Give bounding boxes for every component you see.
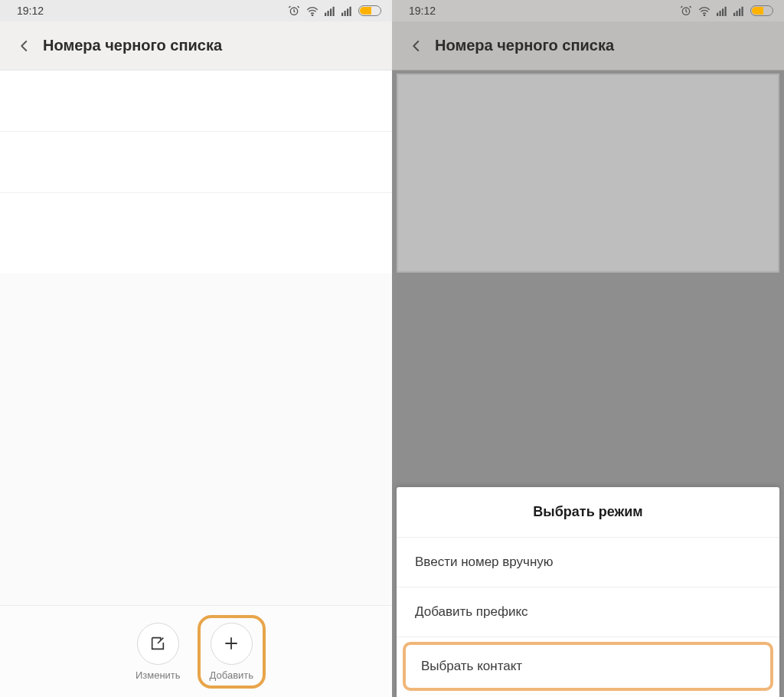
svg-rect-21 <box>742 7 743 16</box>
svg-rect-7 <box>345 11 346 16</box>
wifi-icon <box>306 5 318 16</box>
list-item[interactable] <box>0 193 392 254</box>
bottom-toolbar: Изменить Добавить <box>0 605 392 697</box>
svg-rect-17 <box>725 7 727 16</box>
alarm-icon <box>680 5 692 17</box>
phone-left: 19:12 Номера черного <box>0 0 392 697</box>
svg-point-13 <box>704 15 704 15</box>
svg-rect-3 <box>328 11 329 16</box>
svg-rect-14 <box>717 13 718 16</box>
list-item[interactable] <box>0 132 392 193</box>
svg-rect-16 <box>722 8 724 16</box>
status-time: 19:12 <box>409 5 436 17</box>
status-bar: 19:12 <box>392 0 784 21</box>
edit-label: Изменить <box>136 669 181 681</box>
status-icons <box>288 5 381 17</box>
wifi-icon <box>698 5 710 16</box>
phone-right: 19:12 Номера черного <box>392 0 784 697</box>
svg-rect-15 <box>720 11 721 16</box>
svg-rect-20 <box>739 8 740 16</box>
blocklist-content <box>0 70 392 273</box>
signal-icon <box>717 5 727 16</box>
signal-icon <box>733 5 744 16</box>
add-button[interactable]: Добавить <box>198 615 266 689</box>
signal-icon <box>341 5 352 16</box>
empty-area <box>0 273 392 605</box>
bottom-sheet: Выбрать режим Ввести номер вручную Добав… <box>397 487 779 697</box>
list-item[interactable] <box>0 70 392 132</box>
edit-button[interactable]: Изменить <box>126 618 190 686</box>
status-icons <box>680 5 773 17</box>
svg-rect-19 <box>737 11 738 16</box>
header: Номера черного списка <box>0 21 392 70</box>
svg-point-1 <box>312 15 312 15</box>
edit-icon <box>137 623 179 665</box>
svg-rect-6 <box>341 13 343 16</box>
page-title: Номера черного списка <box>435 37 614 54</box>
back-button[interactable] <box>12 34 37 58</box>
back-button[interactable] <box>404 34 429 58</box>
add-label: Добавить <box>210 669 253 681</box>
svg-rect-4 <box>330 8 332 16</box>
sheet-item-prefix[interactable]: Добавить префикс <box>397 587 779 637</box>
svg-rect-18 <box>733 13 735 16</box>
sheet-item-manual[interactable]: Ввести номер вручную <box>397 538 779 587</box>
dimmed-content <box>397 74 779 273</box>
sheet-item-contact[interactable]: Выбрать контакт <box>403 642 773 691</box>
svg-rect-5 <box>333 7 335 16</box>
alarm-icon <box>288 5 300 17</box>
svg-rect-8 <box>347 8 348 16</box>
sheet-title: Выбрать режим <box>397 487 779 538</box>
battery-icon <box>750 5 773 16</box>
status-time: 19:12 <box>17 5 44 17</box>
status-bar: 19:12 <box>0 0 392 21</box>
svg-rect-2 <box>325 13 326 16</box>
header: Номера черного списка <box>392 21 784 70</box>
page-title: Номера черного списка <box>43 37 222 54</box>
plus-icon <box>211 623 253 665</box>
signal-icon <box>325 5 335 16</box>
battery-icon <box>358 5 381 16</box>
svg-rect-9 <box>350 7 351 16</box>
